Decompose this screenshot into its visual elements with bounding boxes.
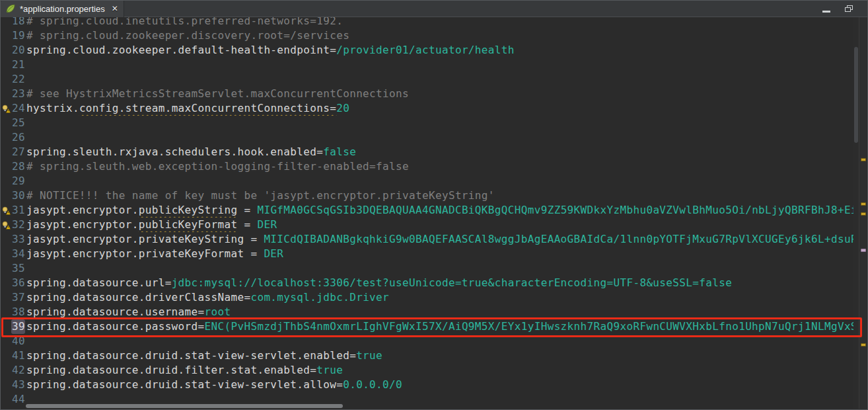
- code-line[interactable]: 22: [1, 72, 867, 87]
- line-number[interactable]: 19: [11, 28, 25, 43]
- line-number[interactable]: 31: [11, 203, 25, 218]
- annotation-gutter: [1, 334, 11, 348]
- line-number[interactable]: 18: [11, 17, 25, 28]
- code-line[interactable]: 32jasypt.encryptor.publicKeyFormat = DER: [1, 218, 867, 232]
- value-text: MIICdQIBADANBgkqhkiG9w0BAQEFAASCAl8wggJb…: [264, 233, 857, 245]
- line-number[interactable]: 43: [11, 378, 25, 392]
- line-number[interactable]: 37: [11, 290, 25, 305]
- code-line[interactable]: 27spring.sleuth.rxjava.schedulers.hook.e…: [1, 145, 867, 159]
- value-text: MIGfMA0GCSqGSIb3DQEBAQUAA4GNADCBiQKBgQCH…: [257, 204, 857, 216]
- code-text: spring.datasource.driverClassName=com.my…: [26, 290, 867, 305]
- line-number[interactable]: 20: [11, 43, 25, 58]
- code-line[interactable]: 35: [1, 261, 867, 276]
- horizontal-scrollbar-thumb[interactable]: [26, 404, 343, 408]
- code-line[interactable]: 24hystrix.config.stream.maxConcurrentCon…: [1, 101, 867, 116]
- ruler-marker-warning[interactable]: [861, 212, 866, 216]
- code-text: hystrix.config.stream.maxConcurrentConne…: [26, 101, 867, 116]
- ruler-marker-warning[interactable]: [861, 343, 866, 347]
- key-text: spring.datasource.username=: [26, 306, 205, 318]
- line-number[interactable]: 39: [11, 319, 25, 334]
- comment-text: # spring.cloud.zookeeper.discovery.root=…: [26, 29, 349, 42]
- tab-application-properties[interactable]: *application.properties ✕: [1, 1, 124, 17]
- line-number[interactable]: 22: [11, 72, 25, 87]
- code-line[interactable]: 23# see HystrixMetricsStreamServlet.maxC…: [1, 87, 867, 101]
- code-line[interactable]: 34jasypt.encryptor.privateKeyFormat = DE…: [1, 247, 867, 261]
- value-text: jdbc:mysql://localhost:3306/test?useUnic…: [172, 276, 733, 289]
- code-line[interactable]: 43spring.datasource.druid.stat-view-serv…: [1, 378, 867, 392]
- warning-quickfix-icon[interactable]: [1, 203, 11, 218]
- line-number[interactable]: 41: [11, 348, 25, 363]
- line-number[interactable]: 30: [11, 188, 25, 203]
- vertical-scrollbar[interactable]: [853, 17, 859, 409]
- key-text: spring.datasource.druid.filter.stat.enab…: [26, 364, 316, 376]
- line-number[interactable]: 44: [11, 392, 25, 407]
- line-number[interactable]: 28: [11, 159, 25, 174]
- annotation-gutter: [1, 28, 11, 43]
- key-text: spring.datasource.druid.stat-view-servle…: [26, 349, 356, 362]
- value-text: true: [356, 349, 382, 362]
- code-line[interactable]: 39spring.datasource.password=ENC(PvHSmzd…: [1, 319, 867, 334]
- annotation-gutter: [1, 116, 11, 130]
- overview-ruler[interactable]: [859, 17, 867, 409]
- warning-quickfix-icon[interactable]: [1, 101, 11, 116]
- comment-text: # see HystrixMetricsStreamServlet.maxCon…: [26, 87, 409, 100]
- key-text: publicKeyFormat: [139, 218, 238, 231]
- code-line[interactable]: 31jasypt.encryptor.publicKeyString = MIG…: [1, 203, 867, 218]
- vertical-scrollbar-thumb[interactable]: [854, 47, 858, 143]
- line-number[interactable]: 26: [11, 130, 25, 145]
- line-number[interactable]: 40: [11, 334, 25, 348]
- line-number[interactable]: 23: [11, 87, 25, 101]
- close-icon[interactable]: ✕: [112, 4, 118, 13]
- code-text: spring.cloud.zookeeper.default-health-en…: [26, 43, 867, 58]
- code-line[interactable]: 30# NOTICE!!! the name of key must be 'j…: [1, 188, 867, 203]
- code-line[interactable]: 20spring.cloud.zookeeper.default-health-…: [1, 43, 867, 58]
- line-number[interactable]: 24: [11, 101, 25, 116]
- line-number[interactable]: 42: [11, 363, 25, 378]
- key-text: jasypt.encryptor.: [26, 218, 139, 231]
- key-text: =: [237, 218, 257, 231]
- annotation-gutter: [1, 305, 11, 319]
- code-line[interactable]: 21: [1, 58, 867, 72]
- code-line[interactable]: 33jasypt.encryptor.privateKeyString = MI…: [1, 232, 867, 247]
- code-line[interactable]: 28# spring.sleuth.web.exception-logging-…: [1, 159, 867, 174]
- line-number[interactable]: 38: [11, 305, 25, 319]
- ruler-marker-warning[interactable]: [861, 202, 866, 206]
- ruler-marker-warning[interactable]: [861, 158, 866, 161]
- line-number[interactable]: 35: [11, 261, 25, 276]
- code-lines: 18# spring.cloud.inetutils.preferred-net…: [1, 17, 867, 407]
- code-line[interactable]: 38spring.datasource.username=root: [1, 305, 867, 319]
- code-text: [26, 174, 867, 188]
- code-line[interactable]: 40: [1, 334, 867, 348]
- line-number[interactable]: 27: [11, 145, 25, 159]
- annotation-gutter: [1, 159, 11, 174]
- code-line[interactable]: 42spring.datasource.druid.filter.stat.en…: [1, 363, 867, 378]
- code-text: spring.sleuth.rxjava.schedulers.hook.ena…: [26, 145, 867, 159]
- ruler-marker-occurrence[interactable]: [861, 249, 866, 252]
- code-line[interactable]: 18# spring.cloud.inetutils.preferred-net…: [1, 17, 867, 28]
- code-area[interactable]: 18# spring.cloud.inetutils.preferred-net…: [1, 17, 867, 409]
- line-number[interactable]: 33: [11, 232, 25, 247]
- line-number[interactable]: 34: [11, 247, 25, 261]
- code-line[interactable]: 37spring.datasource.driverClassName=com.…: [1, 290, 867, 305]
- code-text: spring.datasource.druid.stat-view-servle…: [26, 378, 867, 392]
- warning-quickfix-icon[interactable]: [1, 218, 11, 232]
- code-line[interactable]: 26: [1, 130, 867, 145]
- line-number[interactable]: 32: [11, 218, 25, 232]
- annotation-gutter: [1, 290, 11, 305]
- minimize-icon[interactable]: [822, 3, 830, 15]
- code-line[interactable]: 19# spring.cloud.zookeeper.discovery.roo…: [1, 28, 867, 43]
- code-text: # NOTICE!!! the name of key must be 'jas…: [26, 188, 867, 203]
- value-text: root: [205, 306, 231, 318]
- code-line[interactable]: 36spring.datasource.url=jdbc:mysql://loc…: [1, 276, 867, 290]
- value-text: com.mysql.jdbc.Driver: [250, 291, 389, 304]
- line-number[interactable]: 25: [11, 116, 25, 130]
- line-number[interactable]: 36: [11, 276, 25, 290]
- code-line[interactable]: 41spring.datasource.druid.stat-view-serv…: [1, 348, 867, 363]
- code-line[interactable]: 29: [1, 174, 867, 188]
- restore-icon[interactable]: [845, 5, 853, 13]
- value-text: DER: [257, 218, 277, 231]
- line-number[interactable]: 21: [11, 58, 25, 72]
- line-number[interactable]: 29: [11, 174, 25, 188]
- code-line[interactable]: 25: [1, 116, 867, 130]
- annotation-gutter: [1, 130, 11, 145]
